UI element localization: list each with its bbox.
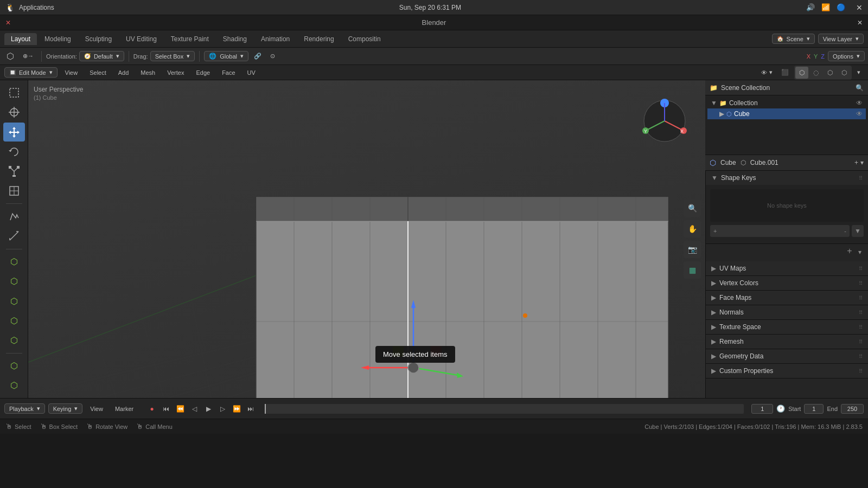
tab-layout[interactable]: Layout <box>4 33 37 45</box>
tab-rendering[interactable]: Rendering <box>297 33 340 45</box>
loop-cut-tool[interactable]: ⬡ <box>3 331 25 349</box>
orientation-dropdown[interactable]: 🧭 Default ▾ <box>79 51 124 61</box>
annotate-tool[interactable] <box>3 207 25 226</box>
bisect-tool[interactable]: ⬡ <box>3 376 25 395</box>
collection-eye[interactable]: 👁 <box>856 99 863 107</box>
move-tool[interactable] <box>3 123 25 141</box>
close-icon[interactable]: ✕ <box>856 3 863 12</box>
tab-texture-paint[interactable]: Texture Paint <box>164 33 215 45</box>
timeline-track[interactable] <box>265 404 744 414</box>
playback-dropdown[interactable]: Playback ▾ <box>4 403 45 414</box>
tab-sculpting[interactable]: Sculpting <box>79 33 118 45</box>
add-prop-btn[interactable]: + <box>854 159 858 166</box>
add-section-btn[interactable]: + <box>843 246 856 259</box>
timeline-view-btn[interactable]: View <box>86 404 107 413</box>
mode-dropdown[interactable]: 🔲 Edit Mode ▾ <box>4 67 58 78</box>
shape-key-remove[interactable]: - <box>844 228 846 234</box>
tab-modeling[interactable]: Modeling <box>38 33 78 45</box>
shading-options-btn[interactable]: ▾ <box>854 68 864 77</box>
camera-btn[interactable]: 📷 <box>684 241 701 258</box>
view-menu-btn[interactable]: View <box>61 68 82 77</box>
header-icon[interactable]: ⬡ <box>3 50 17 62</box>
next-keyframe-btn[interactable]: ⏩ <box>230 402 243 415</box>
wireframe-mode-btn[interactable]: ◌ <box>809 67 822 79</box>
select-menu-btn[interactable]: Select <box>85 68 111 77</box>
keying-dropdown[interactable]: Keying ▾ <box>48 403 83 414</box>
viewport-nav[interactable]: ⊕→ <box>20 52 37 61</box>
uv-menu-btn[interactable]: UV <box>243 68 260 77</box>
viewport-3d[interactable]: User Perspective (1) Cube <box>28 80 705 398</box>
drag-dropdown[interactable]: Select Box ▾ <box>150 51 195 61</box>
vertex-menu-btn[interactable]: Vertex <box>163 68 188 77</box>
transform-tool[interactable] <box>3 182 25 200</box>
render-mode-btn[interactable]: ⬡ <box>838 67 851 79</box>
collapse-props-btn[interactable]: ▾ <box>860 159 864 166</box>
shape-key-extra-btn[interactable]: ▼ <box>852 225 864 237</box>
extrude-tool[interactable]: ⬡ <box>3 272 25 291</box>
window-close[interactable]: ✕ <box>5 19 11 27</box>
play-btn[interactable]: ▶ <box>202 402 215 415</box>
add-menu-btn[interactable]: Add <box>114 68 133 77</box>
search-icon[interactable]: 🔍 <box>856 84 864 92</box>
grid-btn[interactable]: ▦ <box>684 261 701 279</box>
add-cube-tool[interactable]: ⬡ <box>3 253 25 271</box>
texture-space-header[interactable]: ▶ Texture Space ⠿ <box>706 320 868 334</box>
vertex-colors-header[interactable]: ▶ Vertex Colors ⠿ <box>706 276 868 290</box>
face-menu-btn[interactable]: Face <box>218 68 239 77</box>
collection-item[interactable]: ▼ 📁 Collection 👁 <box>707 98 866 108</box>
custom-properties-header[interactable]: ▶ Custom Properties ⠿ <box>706 364 868 378</box>
app-name[interactable]: Applications <box>19 4 54 11</box>
step-back-btn[interactable]: ◁ <box>188 402 201 415</box>
zoom-in-btn[interactable]: 🔍 <box>684 200 701 217</box>
bevel-tool[interactable]: ⬡ <box>3 311 25 330</box>
cube-eye[interactable]: 👁 <box>856 110 863 118</box>
options-dropdown[interactable]: Options ▾ <box>828 51 865 61</box>
mesh-menu-btn[interactable]: Mesh <box>136 68 159 77</box>
timeline-marker-btn[interactable]: Marker <box>111 404 138 413</box>
remesh-header[interactable]: ▶ Remesh ⠿ <box>706 335 868 349</box>
cursor-tool[interactable] <box>3 103 25 121</box>
y-axis-btn[interactable]: Y <box>814 53 818 60</box>
expand-all-btn[interactable]: ▾ <box>856 246 864 259</box>
step-fwd-btn[interactable]: ▷ <box>216 402 229 415</box>
skip-end-btn[interactable]: ⏭ <box>244 402 257 415</box>
proportional-btn[interactable]: ⊙ <box>267 52 278 61</box>
measure-tool[interactable] <box>3 227 25 245</box>
tab-compositing[interactable]: Compositin <box>342 33 387 45</box>
inset-tool[interactable]: ⬡ <box>3 292 25 310</box>
geometry-data-header[interactable]: ▶ Geometry Data ⠿ <box>706 349 868 363</box>
tab-uv-editing[interactable]: UV Editing <box>119 33 163 45</box>
tab-animation[interactable]: Animation <box>254 33 296 45</box>
uv-maps-header[interactable]: ▶ UV Maps ⠿ <box>706 261 868 275</box>
orientation-gizmo[interactable]: X Y <box>640 97 689 145</box>
tab-shading[interactable]: Shading <box>216 33 253 45</box>
prev-keyframe-btn[interactable]: ⏪ <box>174 402 187 415</box>
edge-menu-btn[interactable]: Edge <box>192 68 214 77</box>
select-box-tool[interactable] <box>3 84 25 102</box>
xray-btn[interactable]: ⬛ <box>778 68 792 77</box>
record-btn[interactable]: ● <box>145 402 158 415</box>
material-mode-btn[interactable]: ⬡ <box>824 67 837 79</box>
skip-start-btn[interactable]: ⏮ <box>159 402 173 415</box>
frame-display[interactable]: 1 <box>751 404 773 414</box>
transform-dropdown[interactable]: 🌐 Global ▾ <box>204 51 248 61</box>
rotate-tool[interactable] <box>3 143 25 161</box>
solid-mode-btn[interactable]: ⬡ <box>795 67 808 79</box>
overlay-btn[interactable]: 👁 ▾ <box>758 68 776 77</box>
shape-key-add[interactable]: + <box>713 228 717 234</box>
scale-tool[interactable] <box>3 162 25 181</box>
z-axis-btn[interactable]: Z <box>821 53 825 60</box>
shape-keys-header[interactable]: ▼ Shape Keys ⠿ <box>706 171 868 185</box>
cube-item[interactable]: ▶ ⬡ Cube 👁 <box>707 108 866 119</box>
start-frame-input[interactable]: 1 <box>804 404 824 414</box>
x-axis-btn[interactable]: X <box>807 53 810 60</box>
view-layer-selector[interactable]: View Layer ▾ <box>818 34 864 44</box>
scene-selector[interactable]: 🏠 Scene ▾ <box>772 34 815 44</box>
face-maps-header[interactable]: ▶ Face Maps ⠿ <box>706 291 868 305</box>
end-frame-input[interactable]: 250 <box>841 404 864 414</box>
knife-tool[interactable]: ⬡ <box>3 357 25 375</box>
normals-header[interactable]: ▶ Normals ⠿ <box>706 305 868 319</box>
snap-btn[interactable]: 🔗 <box>251 52 265 61</box>
pan-btn[interactable]: ✋ <box>684 220 701 237</box>
window-maximize[interactable]: ✕ <box>857 19 863 27</box>
